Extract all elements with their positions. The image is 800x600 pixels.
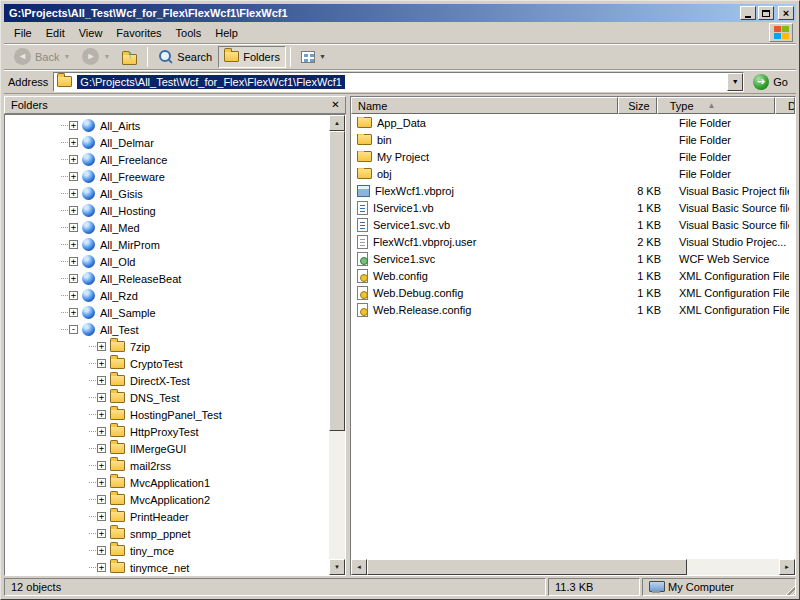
expand-toggle[interactable]: + [69, 155, 78, 164]
scroll-up-button[interactable]: ▲ [329, 115, 345, 131]
tree-item[interactable]: +mail2rss [5, 457, 329, 474]
tree-item[interactable]: +tinymce_net [5, 559, 329, 575]
tree-item[interactable]: +All_Gisis [5, 185, 329, 202]
scroll-down-button[interactable]: ▼ [329, 559, 345, 575]
tree-item[interactable]: +CryptoTest [5, 355, 329, 372]
file-row[interactable]: Web.config1 KBXML Configuration File2 [351, 267, 795, 284]
expand-toggle[interactable]: + [97, 461, 106, 470]
up-button[interactable] [116, 46, 143, 68]
menu-item-file[interactable]: File [7, 24, 39, 42]
horizontal-scrollbar-thumb[interactable] [367, 559, 687, 575]
tree-item[interactable]: +All_MirProm [5, 236, 329, 253]
expand-toggle[interactable]: + [69, 206, 78, 215]
expand-toggle[interactable]: + [97, 342, 106, 351]
address-dropdown-button[interactable]: ▼ [727, 73, 743, 91]
tree-item[interactable]: +DNS_Test [5, 389, 329, 406]
search-button[interactable]: Search [152, 46, 218, 68]
tree-item[interactable]: +7zip [5, 338, 329, 355]
file-row[interactable]: FlexWcf1.vbproj.user2 KBVisual Studio Pr… [351, 233, 795, 250]
tree-item[interactable]: +All_Airts [5, 117, 329, 134]
expand-toggle[interactable]: + [97, 444, 106, 453]
maximize-button[interactable] [758, 6, 774, 20]
tree-item[interactable]: +All_Freeware [5, 168, 329, 185]
tree-item[interactable]: +IlMergeGUI [5, 440, 329, 457]
file-row[interactable]: binFile Folder2 [351, 131, 795, 148]
tree-item[interactable]: -All_Test [5, 321, 329, 338]
tree-item[interactable]: +All_Delmar [5, 134, 329, 151]
tree-item[interactable]: +All_Rzd [5, 287, 329, 304]
tree-item[interactable]: +MvcApplication2 [5, 491, 329, 508]
expand-toggle[interactable]: + [69, 223, 78, 232]
menu-item-edit[interactable]: Edit [39, 24, 72, 42]
views-button[interactable]: ▼ [295, 46, 332, 68]
tree-item[interactable]: +snmp_ppnet [5, 525, 329, 542]
column-header-type[interactable]: Type▲ [657, 97, 775, 114]
expand-toggle[interactable]: + [97, 376, 106, 385]
menu-item-help[interactable]: Help [208, 24, 245, 42]
expand-toggle[interactable]: + [97, 546, 106, 555]
title-bar[interactable]: G:\Projects\All_Test\Wcf_for_Flex\FlexWc… [4, 4, 796, 22]
expand-toggle[interactable]: + [69, 172, 78, 181]
column-header-name[interactable]: Name [351, 97, 618, 114]
close-folders-button[interactable]: ✕ [328, 98, 343, 112]
tree-item[interactable]: +All_Freelance [5, 151, 329, 168]
address-value[interactable]: G:\Projects\All_Test\Wcf_for_Flex\FlexWc… [77, 75, 345, 89]
tree-item[interactable]: +All_Old [5, 253, 329, 270]
menu-item-tools[interactable]: Tools [169, 24, 209, 42]
collapse-toggle[interactable]: - [69, 325, 78, 334]
tree-item[interactable]: +All_ReleaseBeat [5, 270, 329, 287]
tree-item[interactable]: +HttpProxyTest [5, 423, 329, 440]
tree-item[interactable]: +PrintHeader [5, 508, 329, 525]
expand-toggle[interactable]: + [97, 393, 106, 402]
horizontal-scrollbar[interactable]: ◄ ► [351, 559, 795, 575]
expand-toggle[interactable]: + [69, 240, 78, 249]
close-button[interactable]: × [778, 6, 794, 20]
expand-toggle[interactable]: + [97, 359, 106, 368]
forward-button[interactable]: ► ▼ [76, 46, 116, 68]
file-row[interactable]: App_DataFile Folder2 [351, 114, 795, 131]
tree-item-label: PrintHeader [130, 511, 189, 523]
tree-item[interactable]: +DirectX-Test [5, 372, 329, 389]
tree-item[interactable]: +MvcApplication1 [5, 474, 329, 491]
file-row[interactable]: Web.Debug.config1 KBXML Configuration Fi… [351, 284, 795, 301]
expand-toggle[interactable]: + [69, 274, 78, 283]
tree-vertical-scrollbar[interactable]: ▲ ▼ [329, 115, 345, 575]
expand-toggle[interactable]: + [69, 138, 78, 147]
expand-toggle[interactable]: + [69, 189, 78, 198]
expand-toggle[interactable]: + [97, 427, 106, 436]
minimize-button[interactable] [740, 6, 756, 20]
expand-toggle[interactable]: + [97, 410, 106, 419]
expand-toggle[interactable]: + [97, 478, 106, 487]
file-row[interactable]: objFile Folder2 [351, 165, 795, 182]
column-header-size[interactable]: Size [618, 97, 657, 114]
tree-item[interactable]: +All_Hosting [5, 202, 329, 219]
expand-toggle[interactable]: + [97, 529, 106, 538]
menu-item-view[interactable]: View [72, 24, 110, 42]
scroll-right-button[interactable]: ► [779, 559, 795, 575]
expand-toggle[interactable]: + [69, 291, 78, 300]
file-row[interactable]: Web.Release.config1 KBXML Configuration … [351, 301, 795, 318]
back-button[interactable]: ◄ Back ▼ [8, 46, 76, 68]
folders-button[interactable]: Folders [218, 46, 286, 68]
expand-toggle[interactable]: + [97, 563, 106, 572]
tree-item[interactable]: +All_Sample [5, 304, 329, 321]
file-row[interactable]: My ProjectFile Folder2 [351, 148, 795, 165]
file-row[interactable]: Service1.svc1 KBWCF Web Service2 [351, 250, 795, 267]
column-header-date[interactable]: D [775, 97, 795, 114]
tree-item[interactable]: +HostingPanel_Test [5, 406, 329, 423]
expand-toggle[interactable]: + [69, 121, 78, 130]
address-combobox[interactable]: G:\Projects\All_Test\Wcf_for_Flex\FlexWc… [53, 72, 744, 92]
expand-toggle[interactable]: + [69, 257, 78, 266]
menu-item-favorites[interactable]: Favorites [109, 24, 168, 42]
file-row[interactable]: IService1.vb1 KBVisual Basic Source file… [351, 199, 795, 216]
tree-item[interactable]: +All_Med [5, 219, 329, 236]
expand-toggle[interactable]: + [97, 495, 106, 504]
go-button[interactable]: ➔ Go [749, 74, 792, 90]
scroll-left-button[interactable]: ◄ [351, 559, 367, 575]
file-row[interactable]: FlexWcf1.vbproj8 KBVisual Basic Project … [351, 182, 795, 199]
file-row[interactable]: Service1.svc.vb1 KBVisual Basic Source f… [351, 216, 795, 233]
expand-toggle[interactable]: + [97, 512, 106, 521]
tree-scrollbar-thumb[interactable] [329, 131, 345, 431]
tree-item[interactable]: +tiny_mce [5, 542, 329, 559]
expand-toggle[interactable]: + [69, 308, 78, 317]
